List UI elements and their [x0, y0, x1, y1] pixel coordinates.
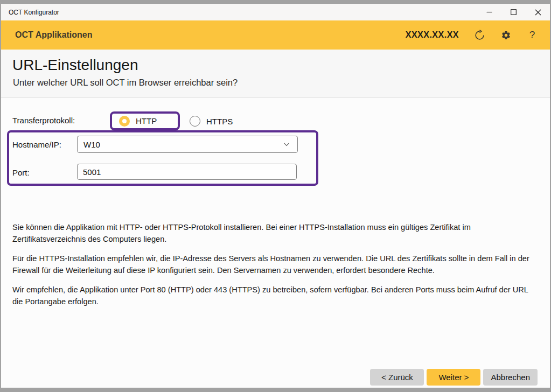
http-option-highlight-box: HTTP — [110, 111, 180, 130]
window-controls — [477, 4, 550, 20]
next-button[interactable]: Weiter > — [427, 369, 480, 386]
port-label: Port: — [12, 168, 30, 177]
info-text-block: Sie können die Applikation mit HTTP- ode… — [12, 222, 538, 316]
hostname-value: W10 — [78, 140, 100, 149]
app-title: OCT Applikationen — [1, 30, 92, 40]
app-header-actions: XXXX.XX.XX ? — [406, 29, 550, 41]
port-input[interactable] — [77, 164, 297, 180]
refresh-icon[interactable] — [473, 29, 485, 41]
help-icon[interactable]: ? — [526, 29, 538, 41]
wizard-footer: < Zurück Weiter > Abbrechen — [370, 369, 538, 386]
close-button[interactable] — [526, 4, 550, 20]
close-icon — [535, 9, 541, 16]
radio-option-http[interactable]: HTTP — [119, 116, 157, 127]
info-paragraph-1: Sie können die Applikation mit HTTP- ode… — [12, 222, 538, 245]
chevron-down-icon — [283, 141, 290, 148]
transfer-protocol-label: Transferprotokoll: — [12, 116, 75, 125]
radio-http-label: HTTP — [136, 116, 157, 125]
page-subtitle: Unter welcher URL soll OCT im Browser er… — [13, 78, 238, 88]
radio-https-icon — [190, 116, 200, 127]
main-content: Transferprotokoll: HTTP HTTPS Hostname/I… — [1, 98, 550, 388]
info-paragraph-3: Wir empfehlen, die Applikation unter Por… — [12, 284, 538, 307]
hostname-combobox[interactable]: W10 — [77, 136, 298, 153]
minimize-button[interactable] — [477, 4, 501, 20]
app-header: OCT Applikationen XXXX.XX.XX ? — [1, 20, 550, 50]
minimize-icon — [486, 9, 492, 15]
settings-gear-icon[interactable] — [500, 29, 512, 41]
page-title: URL-Einstellungen — [12, 57, 138, 74]
back-button[interactable]: < Zurück — [370, 369, 424, 386]
hostname-port-highlight-box: Hostname/IP: W10 Port: — [7, 130, 318, 186]
radio-option-https[interactable]: HTTPS — [190, 116, 233, 127]
info-paragraph-2: Für die HTTPS-Installation empfehlen wir… — [12, 253, 538, 276]
cancel-button[interactable]: Abbrechen — [483, 369, 538, 386]
page-header: URL-Einstellungen Unter welcher URL soll… — [1, 50, 550, 98]
window-title: OCT Konfigurator — [1, 9, 59, 16]
radio-https-label: HTTPS — [206, 117, 233, 126]
radio-http-icon — [119, 116, 130, 127]
hostname-label: Hostname/IP: — [12, 140, 61, 149]
window-titlebar: OCT Konfigurator — [1, 4, 550, 20]
maximize-button[interactable] — [501, 4, 526, 20]
version-text: XXXX.XX.XX — [406, 30, 459, 40]
maximize-icon — [511, 9, 517, 15]
